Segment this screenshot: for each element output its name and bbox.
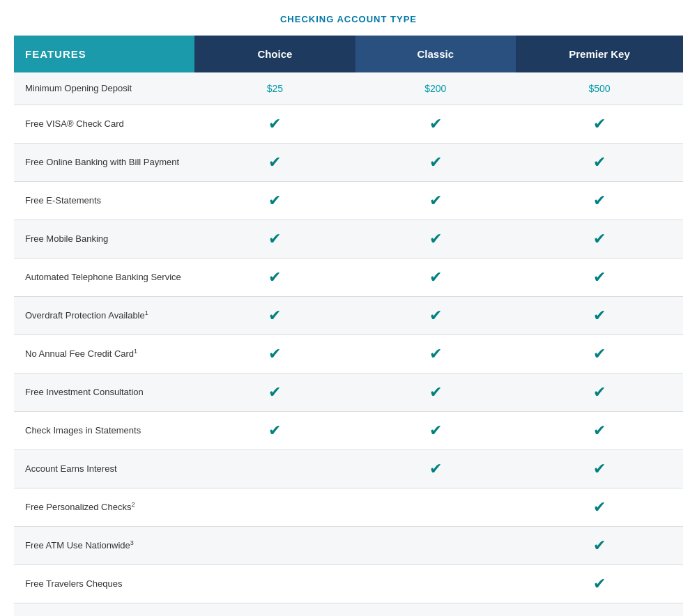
- table-row: Free Mobile Banking✔✔✔: [14, 220, 683, 259]
- classic-cell: ✔: [355, 412, 516, 450]
- checkmark-icon: ✔: [429, 115, 442, 133]
- premier-cell: ✔: [516, 259, 683, 297]
- feature-label: Check Images in Statements: [14, 412, 194, 450]
- classic-cell: ✔: [355, 220, 516, 259]
- feature-label: Free Notary Services: [14, 603, 194, 616]
- choice-cell: [194, 603, 355, 616]
- checkmark-icon: ✔: [593, 460, 606, 478]
- feature-label: Automated Telephone Banking Service: [14, 259, 194, 297]
- premier-cell: ✔: [516, 527, 683, 565]
- premier-cell: ✔: [516, 182, 683, 220]
- choice-cell: ✔: [194, 182, 355, 220]
- premier-cell: ✔: [516, 374, 683, 412]
- checkmark-icon: ✔: [429, 460, 442, 478]
- premier-column-header: Premier Key: [516, 36, 683, 72]
- classic-cell: ✔: [355, 374, 516, 412]
- table-row: Free VISA® Check Card✔✔✔: [14, 105, 683, 144]
- checkmark-icon: ✔: [593, 613, 606, 616]
- section-title: CHECKING ACCOUNT TYPE: [14, 14, 683, 24]
- checkmark-icon: ✔: [593, 307, 606, 325]
- classic-cell: ✔: [355, 335, 516, 374]
- features-column-header: FEATURES: [14, 36, 194, 72]
- checkmark-icon: ✔: [429, 345, 442, 363]
- table-row: Free ATM Use Nationwide3✔: [14, 527, 683, 565]
- checkmark-icon: ✔: [593, 498, 606, 516]
- choice-cell: ✔: [194, 220, 355, 259]
- checkmark-icon: ✔: [429, 268, 442, 286]
- table-row: Free Personalized Checks2✔: [14, 488, 683, 527]
- premier-cell: ✔: [516, 144, 683, 182]
- classic-cell: ✔: [355, 297, 516, 335]
- choice-cell: ✔: [194, 412, 355, 450]
- table-row: Free E-Statements✔✔✔: [14, 182, 683, 220]
- feature-label: Free Online Banking with Bill Payment: [14, 144, 194, 182]
- choice-cell: ✔: [194, 335, 355, 374]
- checkmark-icon: ✔: [268, 230, 281, 248]
- feature-label: Overdraft Protection Available1: [14, 297, 194, 335]
- checkmark-icon: ✔: [593, 345, 606, 363]
- choice-cell: [194, 488, 355, 527]
- classic-cell: [355, 488, 516, 527]
- classic-column-header: Classic: [355, 36, 516, 72]
- checkmark-icon: ✔: [593, 422, 606, 440]
- feature-label: Free VISA® Check Card: [14, 105, 194, 144]
- checkmark-icon: ✔: [268, 383, 281, 401]
- premier-cell: ✔: [516, 450, 683, 488]
- amount-value: $200: [424, 83, 446, 94]
- table-row: No Annual Fee Credit Card1✔✔✔: [14, 335, 683, 374]
- premier-cell: ✔: [516, 220, 683, 259]
- premier-cell: ✔: [516, 488, 683, 527]
- checkmark-icon: ✔: [429, 153, 442, 171]
- checkmark-icon: ✔: [593, 575, 606, 593]
- feature-label: Free Investment Consultation: [14, 374, 194, 412]
- table-row: Overdraft Protection Available1✔✔✔: [14, 297, 683, 335]
- classic-cell: [355, 603, 516, 616]
- checkmark-icon: ✔: [593, 153, 606, 171]
- checkmark-icon: ✔: [268, 115, 281, 133]
- checkmark-icon: ✔: [593, 383, 606, 401]
- feature-label: Free Travelers Cheques: [14, 565, 194, 603]
- feature-label: Account Earns Interest: [14, 450, 194, 488]
- feature-label: Free ATM Use Nationwide3: [14, 527, 194, 565]
- premier-cell: ✔: [516, 565, 683, 603]
- premier-cell: ✔: [516, 105, 683, 144]
- checkmark-icon: ✔: [593, 537, 606, 555]
- checkmark-icon: ✔: [268, 153, 281, 171]
- checkmark-icon: ✔: [429, 383, 442, 401]
- checkmark-icon: ✔: [268, 268, 281, 286]
- choice-cell: $25: [194, 72, 355, 105]
- checkmark-icon: ✔: [429, 230, 442, 248]
- feature-label: No Annual Fee Credit Card1: [14, 335, 194, 374]
- table-row: Free Investment Consultation✔✔✔: [14, 374, 683, 412]
- classic-cell: ✔: [355, 182, 516, 220]
- classic-cell: [355, 565, 516, 603]
- premier-cell: ✔: [516, 335, 683, 374]
- premier-cell: $500: [516, 72, 683, 105]
- feature-label: Minimum Opening Deposit: [14, 72, 194, 105]
- checkmark-icon: ✔: [593, 268, 606, 286]
- classic-cell: $200: [355, 72, 516, 105]
- checkmark-icon: ✔: [593, 192, 606, 210]
- table-row: Free Notary Services✔: [14, 603, 683, 616]
- choice-cell: ✔: [194, 297, 355, 335]
- feature-label: Free Mobile Banking: [14, 220, 194, 259]
- classic-cell: ✔: [355, 259, 516, 297]
- premier-cell: ✔: [516, 297, 683, 335]
- checkmark-icon: ✔: [268, 345, 281, 363]
- checkmark-icon: ✔: [429, 192, 442, 210]
- choice-cell: [194, 450, 355, 488]
- choice-column-header: Choice: [194, 36, 355, 72]
- choice-cell: ✔: [194, 374, 355, 412]
- classic-cell: ✔: [355, 144, 516, 182]
- choice-cell: [194, 527, 355, 565]
- choice-cell: [194, 565, 355, 603]
- classic-cell: ✔: [355, 450, 516, 488]
- checkmark-icon: ✔: [593, 115, 606, 133]
- amount-value: $500: [588, 83, 610, 94]
- table-row: Automated Telephone Banking Service✔✔✔: [14, 259, 683, 297]
- table-row: Account Earns Interest✔✔: [14, 450, 683, 488]
- page-wrapper: CHECKING ACCOUNT TYPE FEATURES Choice Cl…: [0, 0, 697, 616]
- checkmark-icon: ✔: [429, 422, 442, 440]
- checkmark-icon: ✔: [268, 422, 281, 440]
- choice-cell: ✔: [194, 105, 355, 144]
